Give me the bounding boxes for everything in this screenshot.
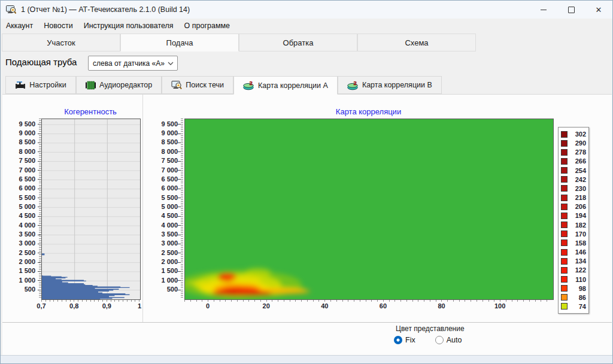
auto-radio-dot[interactable] bbox=[435, 336, 444, 344]
legend-value: 86 bbox=[568, 294, 586, 301]
map-y-tick bbox=[178, 151, 181, 152]
close-button[interactable]: ✕ bbox=[585, 1, 612, 19]
legend-entry: 266 bbox=[561, 157, 586, 165]
legend-color-swatch bbox=[561, 303, 568, 310]
legend-value: 170 bbox=[568, 230, 586, 238]
valve-icon bbox=[15, 81, 26, 90]
main-tab-1[interactable]: Подача bbox=[120, 34, 239, 51]
subtab-label: Настройки bbox=[29, 81, 66, 89]
legend-color-swatch bbox=[561, 149, 568, 156]
coherence-chart-title: Когерентность bbox=[41, 107, 139, 116]
map-y-tick bbox=[178, 142, 181, 143]
map-y-tick-label: 3 500 bbox=[144, 230, 178, 238]
fix-radio[interactable]: Fix bbox=[394, 336, 415, 344]
legend-entry: 290 bbox=[561, 139, 586, 147]
color-scale-legend: 3022902782662542422302182061941821701581… bbox=[558, 127, 589, 314]
menu-bar: АккаунтНовостиИнструкция пользователяО п… bbox=[1, 19, 612, 33]
coh-y-tick bbox=[38, 290, 41, 290]
coh-x-tick-label: 0,9 bbox=[102, 302, 111, 310]
legend-entry: 302 bbox=[561, 130, 586, 138]
legend-value: 218 bbox=[568, 194, 586, 201]
map-y-tick bbox=[178, 161, 181, 162]
legend-value: 122 bbox=[568, 266, 586, 274]
map-y-tick-label: 9 500 bbox=[144, 120, 178, 128]
coh-y-tick bbox=[38, 179, 41, 180]
legend-entry: 254 bbox=[561, 166, 586, 175]
legend-entry: 146 bbox=[561, 248, 586, 256]
menu-item-3[interactable]: О программе bbox=[179, 19, 235, 32]
leak-search-icon bbox=[171, 80, 182, 90]
legend-color-swatch bbox=[561, 239, 568, 246]
legend-color-swatch bbox=[561, 285, 568, 292]
coh-y-tick-label: 6 500 bbox=[2, 175, 35, 183]
map-y-tick-label: 5 500 bbox=[144, 194, 178, 201]
coh-y-tick-label: 5 500 bbox=[2, 194, 35, 201]
legend-entry: 134 bbox=[561, 257, 586, 265]
coh-y-tick-label: 8 000 bbox=[2, 148, 35, 155]
map-y-tick bbox=[178, 170, 181, 171]
map-y-tick-label: 7 500 bbox=[144, 157, 178, 164]
window-resize-strip bbox=[1, 355, 612, 364]
main-tab-0[interactable]: Участок bbox=[2, 34, 120, 51]
coh-y-tick bbox=[38, 216, 41, 217]
subtab-3[interactable]: 2Карта корреляции A bbox=[233, 76, 338, 95]
fix-radio-dot[interactable] bbox=[394, 336, 402, 344]
legend-entry: 242 bbox=[561, 175, 586, 184]
panel-splitter[interactable] bbox=[142, 95, 143, 322]
legend-color-swatch bbox=[561, 158, 568, 165]
auto-radio-label: Auto bbox=[447, 336, 462, 344]
map-y-tick bbox=[178, 225, 181, 226]
map-y-tick-label: 4 000 bbox=[144, 222, 178, 229]
menu-item-2[interactable]: Инструкция пользователя bbox=[78, 19, 179, 32]
map-y-tick bbox=[178, 179, 181, 180]
menu-item-1[interactable]: Новости bbox=[38, 19, 78, 32]
pipe-selector-dropdown[interactable]: слева от датчика «А» bbox=[88, 56, 178, 71]
coh-y-tick bbox=[38, 189, 41, 189]
coh-y-tick bbox=[38, 280, 41, 281]
subtab-4[interactable]: 2Карта корреляции B bbox=[338, 76, 442, 94]
coh-y-tick-label: 500 bbox=[2, 286, 35, 293]
close-icon: ✕ bbox=[596, 6, 602, 14]
color-mode-options: FixAuto bbox=[394, 336, 462, 344]
map-y-tick bbox=[178, 280, 181, 281]
map-x-tick-label: 40 bbox=[321, 302, 328, 310]
coh-y-tick-label: 5 000 bbox=[2, 203, 35, 210]
color-mode-label: Цвет представление bbox=[393, 324, 467, 333]
legend-color-swatch bbox=[561, 276, 568, 283]
coh-y-tick-label: 1 500 bbox=[2, 267, 35, 274]
minimize-button[interactable] bbox=[530, 1, 557, 19]
coherence-chart[interactable] bbox=[41, 119, 141, 300]
coh-x-tick-label: 0,7 bbox=[37, 302, 45, 310]
map-y-tick bbox=[178, 124, 181, 125]
subtab-1[interactable]: Аудиоредактор bbox=[76, 76, 162, 94]
coh-y-tick bbox=[38, 271, 41, 272]
subtab-2[interactable]: Поиск течи bbox=[162, 76, 233, 94]
subtab-0[interactable]: Настройки bbox=[5, 76, 76, 94]
legend-color-swatch bbox=[561, 294, 568, 301]
maximize-button[interactable] bbox=[557, 1, 585, 19]
legend-value: 134 bbox=[568, 257, 586, 265]
legend-entry: 74 bbox=[561, 302, 586, 311]
menu-item-0[interactable]: Аккаунт bbox=[1, 19, 38, 32]
correlation-heatmap[interactable] bbox=[184, 119, 554, 300]
map-x-tick-label: 20 bbox=[263, 302, 270, 310]
coh-y-tick-label: 9 000 bbox=[2, 129, 35, 136]
coh-y-tick bbox=[38, 253, 41, 253]
fix-radio-label: Fix bbox=[405, 336, 415, 344]
subtab-label: Карта корреляции B bbox=[362, 81, 432, 89]
auto-radio[interactable]: Auto bbox=[435, 336, 462, 344]
legend-value: 290 bbox=[568, 139, 586, 147]
main-tab-2[interactable]: Обратка bbox=[239, 34, 357, 51]
legend-value: 98 bbox=[568, 285, 586, 292]
map-y-tick bbox=[178, 253, 181, 253]
legend-value: 302 bbox=[568, 131, 586, 138]
legend-color-swatch bbox=[561, 195, 568, 201]
legend-color-swatch bbox=[561, 167, 568, 174]
coh-y-tick bbox=[38, 151, 41, 152]
bottom-panel bbox=[2, 323, 612, 355]
correlation-map-icon: 2 bbox=[347, 80, 359, 90]
minimize-icon bbox=[541, 10, 547, 10]
main-tab-3[interactable]: Схема bbox=[357, 34, 476, 51]
map-y-tick bbox=[178, 262, 181, 263]
radiator-icon bbox=[86, 81, 96, 90]
